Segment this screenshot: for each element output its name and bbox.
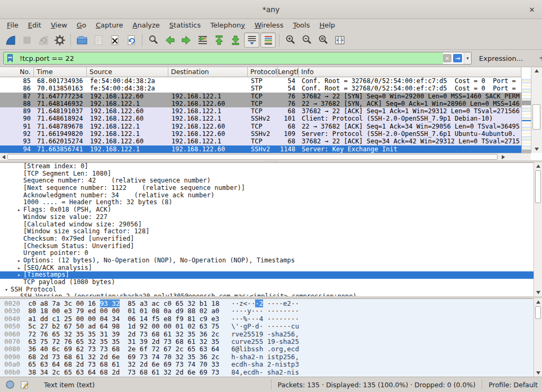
- scroll-down-arrow[interactable]: [534, 369, 542, 377]
- detail-line[interactable]: [Next sequence number: 1122 (relative se…: [0, 185, 534, 192]
- display-filter-input[interactable]: !tcp.port == 22: [16, 52, 443, 64]
- resize-columns-button[interactable]: [332, 32, 347, 48]
- detail-line[interactable]: [Stream index: 0]: [0, 163, 534, 170]
- menu-view[interactable]: View: [46, 20, 72, 30]
- status-profile[interactable]: Profile: Default: [489, 381, 542, 389]
- column-header-info[interactable]: Info: [299, 67, 521, 77]
- detail-line[interactable]: ▸[Timestamps]: [0, 271, 534, 279]
- packet-row-91[interactable]: 9171.648789678192.168.122.1192.168.122.6…: [0, 123, 521, 130]
- packet-row-89[interactable]: 8971.648191037192.168.122.60192.168.122.…: [0, 107, 521, 115]
- packet-minimap[interactable]: [521, 77, 531, 153]
- expression-button[interactable]: Expression...: [479, 54, 523, 62]
- detail-line[interactable]: ▸Flags: 0x018 (PSH, ACK): [0, 206, 534, 214]
- detail-line[interactable]: 1000 .... = Header Length: 32 bytes (8): [0, 199, 534, 206]
- menu-telephony[interactable]: Telephony: [205, 20, 250, 30]
- scroll-thumb[interactable]: [7, 154, 498, 160]
- expander-right-icon[interactable]: ▸: [15, 265, 23, 272]
- packet-row-87[interactable]: 8771.647777234192.168.122.60192.168.122.…: [0, 93, 521, 100]
- expander-down-icon[interactable]: ▾: [2, 286, 11, 294]
- close-file-button[interactable]: [107, 32, 122, 48]
- apply-filter-button[interactable]: →: [453, 54, 462, 62]
- packet-row-92[interactable]: 9271.661949820192.168.122.1192.168.122.6…: [0, 130, 521, 138]
- reload-file-button[interactable]: [123, 32, 139, 48]
- hex-row[interactable]: 0060 72 76 65 32 35 35 31 39 2d 73 68 61…: [4, 331, 534, 338]
- menu-wireless[interactable]: Wireless: [250, 20, 288, 30]
- open-file-button[interactable]: [74, 32, 89, 48]
- detail-line[interactable]: ▾SSH Protocol: [0, 286, 534, 294]
- detail-line[interactable]: Urgent pointer: 0: [0, 250, 534, 257]
- hex-row[interactable]: 00a0 65 63 64 68 2d 73 68 61 32 2d 6e 69…: [4, 361, 534, 368]
- display-filter-entry[interactable]: !tcp.port == 22 ✕ → ▾: [3, 52, 472, 65]
- detail-line[interactable]: [Calculated window size: 29056]: [0, 221, 534, 229]
- start-capture-button[interactable]: [3, 32, 18, 48]
- column-header-length[interactable]: Length: [278, 67, 299, 77]
- colorize-button[interactable]: [260, 32, 276, 48]
- hex-row[interactable]: 0050 5c 27 b2 67 50 ad 64 98 1d 92 00 00…: [4, 323, 534, 330]
- scroll-down-arrow[interactable]: [534, 289, 542, 296]
- detail-line[interactable]: [Window size scaling factor: 128]: [0, 228, 534, 235]
- detail-line[interactable]: Checksum: 0x79ed [unverified]: [0, 235, 534, 243]
- go-to-top-button[interactable]: [211, 32, 227, 48]
- detail-line[interactable]: Sequence number: 42 (relative sequence n…: [0, 177, 534, 185]
- menu-capture[interactable]: Capture: [91, 20, 128, 30]
- detail-line[interactable]: [TCP Segment Len: 1080]: [0, 170, 534, 178]
- filter-history-dropdown[interactable]: ▾: [464, 52, 471, 64]
- detail-line[interactable]: Acknowledgment number: 34 (relative ack …: [0, 192, 534, 199]
- menu-go[interactable]: Go: [72, 20, 91, 30]
- column-header-protocol[interactable]: Protocol: [248, 67, 278, 77]
- hex-row[interactable]: 0090 68 2d 73 68 61 32 2d 6e 69 73 74 70…: [4, 353, 534, 361]
- menu-analyze[interactable]: Analyze: [128, 20, 165, 30]
- go-to-packet-button[interactable]: [195, 32, 210, 48]
- clear-filter-button[interactable]: ✕: [443, 54, 451, 62]
- details-vscrollbar[interactable]: [534, 162, 542, 296]
- expander-right-icon[interactable]: ▸: [15, 271, 23, 279]
- scroll-thumb[interactable]: [532, 104, 540, 130]
- scroll-thumb[interactable]: [535, 170, 541, 203]
- scroll-right-arrow[interactable]: [500, 153, 507, 160]
- packet-row-94[interactable]: 9471.663856741192.168.122.1192.168.122.6…: [0, 145, 521, 153]
- column-header-time[interactable]: Time: [34, 67, 87, 77]
- expander-right-icon[interactable]: ▸: [15, 257, 23, 265]
- column-header-source[interactable]: Source: [87, 67, 168, 77]
- scroll-up-arrow[interactable]: [534, 298, 542, 306]
- scroll-up-arrow[interactable]: [534, 162, 542, 170]
- column-header-no[interactable]: No.: [0, 67, 34, 77]
- packet-row-85[interactable]: 8568.001734936fe:54:00:d4:38:2aSTP54Conf…: [0, 77, 521, 85]
- menu-help[interactable]: Help: [314, 20, 340, 30]
- packet-row-93[interactable]: 9371.662015274192.168.122.60192.168.122.…: [0, 138, 521, 145]
- expert-info-icon[interactable]: [5, 380, 15, 389]
- zoom-in-button[interactable]: [283, 32, 298, 48]
- detail-line[interactable]: ▸[SEQ/ACK analysis]: [0, 265, 534, 272]
- add-filter-button[interactable]: +: [536, 53, 542, 63]
- packet-bytes-pane[interactable]: 0020 c0 a8 7a 3c 00 16 93 32 85 a3 ac c0…: [0, 298, 534, 377]
- hex-row[interactable]: 0040 a1 dd c1 25 00 00 04 34 06 14 f5 e8…: [4, 315, 534, 323]
- expander-right-icon[interactable]: ▸: [15, 206, 23, 214]
- scroll-up-arrow[interactable]: [531, 67, 542, 75]
- scroll-down-arrow[interactable]: [531, 145, 542, 153]
- packet-row-90[interactable]: 9071.648618924192.168.122.60192.168.122.…: [0, 115, 521, 122]
- packet-list-vscrollbar[interactable]: [531, 67, 542, 153]
- menu-edit[interactable]: Edit: [23, 20, 46, 30]
- close-window-button[interactable]: ✕: [527, 5, 537, 14]
- detail-line[interactable]: TCP payload (1080 bytes): [0, 279, 534, 286]
- scroll-left-arrow[interactable]: [0, 153, 7, 160]
- hex-row[interactable]: 0080 36 40 6c 69 62 73 73 68 2e 6f 72 67…: [4, 345, 534, 353]
- packet-row-88[interactable]: 8871.648146932192.168.122.1192.168.122.6…: [0, 100, 521, 107]
- detail-line[interactable]: Window size value: 227: [0, 214, 534, 221]
- auto-scroll-button[interactable]: [244, 32, 259, 48]
- filter-bookmark-button[interactable]: [4, 52, 16, 64]
- go-to-bottom-button[interactable]: [228, 32, 243, 48]
- menu-file[interactable]: File: [2, 20, 23, 30]
- go-forward-button[interactable]: [178, 32, 194, 48]
- go-back-button[interactable]: [162, 32, 177, 48]
- bytes-vscrollbar[interactable]: [534, 298, 542, 377]
- scroll-thumb[interactable]: [535, 306, 541, 319]
- menu-statistics[interactable]: Statistics: [165, 20, 205, 30]
- capture-options-button[interactable]: [52, 32, 67, 48]
- hex-row[interactable]: 0070 63 75 72 76 65 32 35 35 31 39 2d 73…: [4, 338, 534, 345]
- detail-line[interactable]: ▸Options: (12 bytes), No-Operation (NOP)…: [0, 257, 534, 265]
- hex-row[interactable]: 0020 c0 a8 7a 3c 00 16 93 32 85 a3 ac c0…: [4, 300, 534, 307]
- menu-tools[interactable]: Tools: [288, 20, 314, 30]
- hex-row[interactable]: 00b0 38 34 2c 65 63 64 68 2d 73 68 61 32…: [4, 369, 534, 376]
- find-packet-button[interactable]: [146, 32, 161, 48]
